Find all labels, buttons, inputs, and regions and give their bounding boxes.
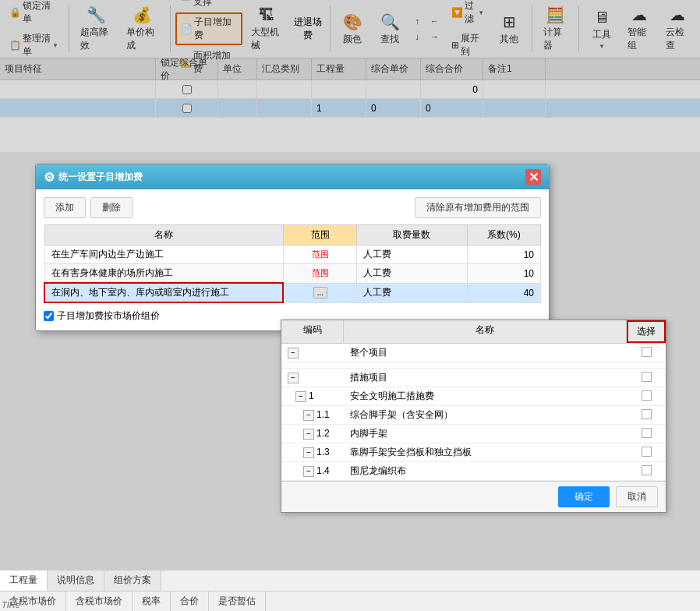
delete-btn[interactable]: 删除	[90, 197, 133, 218]
collapse-3[interactable]: −	[303, 410, 314, 421]
sub-cell-sel-1	[627, 369, 666, 387]
th-coeff: 系数(%)	[467, 225, 540, 245]
sub-cell-name-4: 内脚手架	[344, 425, 627, 443]
sub-checkbox-5[interactable]	[642, 447, 652, 457]
clear-btn[interactable]: 清除原有增加费用的范围	[415, 197, 541, 218]
tab2-tax-rate[interactable]: 税率	[133, 592, 171, 611]
sub-cell-sel-6	[627, 462, 666, 481]
dialog-body: 添加 删除 清除原有增加费用的范围 名称 范围 取费量数 系数(%) 在生产车间…	[36, 189, 549, 330]
sub-row-5[interactable]: −1.3 靠脚手架安全挡板和独立挡板	[281, 443, 666, 462]
sub-row-6[interactable]: −1.4 围尼龙编织布	[281, 462, 666, 481]
sub-popup-header: 编码 名称 选择	[281, 320, 666, 344]
collapse-4[interactable]: −	[303, 429, 314, 440]
tab-row-1: 工程量 说明信息 组价方案	[0, 570, 700, 592]
sub-cell-code-6: −1.4	[281, 462, 344, 481]
sub-popup-footer: 确定 取消	[281, 481, 666, 512]
market-price-checkbox[interactable]	[44, 311, 54, 321]
sub-cell-sel-4	[627, 425, 666, 443]
cell-base-2: 人工费	[357, 283, 467, 302]
sub-cell-sel-5	[627, 443, 666, 462]
sub-cell-code-1: −	[281, 369, 344, 387]
sub-row-0[interactable]: − 整个项目	[281, 344, 666, 362]
range-btn-1[interactable]: 范围	[309, 267, 332, 280]
cell-name-0: 在生产车间内边生产边施工	[44, 245, 283, 264]
th-range: 范围	[283, 225, 356, 245]
sub-cell-sel-2	[627, 387, 666, 406]
tab2-provisional[interactable]: 是否暂估	[209, 592, 266, 611]
dialog-row-2[interactable]: 在洞内、地下室内、库内或暗室内进行施工 ... 人工费 40	[44, 283, 541, 302]
sub-cell-code-0: −	[281, 344, 344, 362]
dialog-row-0[interactable]: 在生产车间内边生产边施工 范围 人工费 10	[44, 245, 541, 264]
sub-cell-name-0: 整个项目	[344, 344, 627, 362]
sub-header-name: 名称	[344, 320, 627, 343]
cell-range-2[interactable]: ...	[283, 283, 356, 302]
sub-cell-name-6: 围尼龙编织布	[344, 462, 627, 481]
sub-cell-name-2: 安全文明施工措施费	[344, 387, 627, 406]
dialog-row-1[interactable]: 在有害身体健康的场所内施工 范围 人工费 10	[44, 264, 541, 284]
ellipsis-btn[interactable]: ...	[313, 287, 327, 298]
range-btn-0[interactable]: 范围	[309, 248, 332, 261]
collapse-0[interactable]: −	[288, 348, 299, 358]
dialog-toolbar: 添加 删除 清除原有增加费用的范围	[44, 197, 541, 218]
tab-description[interactable]: 说明信息	[48, 570, 104, 591]
cell-coeff-1: 10	[467, 264, 540, 284]
sub-checkbox-1[interactable]	[642, 372, 652, 382]
sub-row-2[interactable]: −1 安全文明施工措施费	[281, 387, 666, 406]
sub-popup-body: − 整个项目 − 措施项目	[281, 344, 666, 481]
sub-cell-code-5: −1.3	[281, 443, 344, 462]
sub-popup: 编码 名称 选择 − 整个项目	[281, 320, 666, 513]
sub-table: − 整个项目 − 措施项目	[281, 344, 666, 481]
sub-checkbox-0[interactable]	[642, 347, 652, 357]
cell-range-1[interactable]: 范围	[283, 264, 356, 284]
collapse-1[interactable]: −	[288, 373, 299, 383]
sub-row-4[interactable]: −1.2 内脚手架	[281, 425, 666, 443]
collapse-5[interactable]: −	[303, 447, 314, 458]
sub-cell-sel-3	[627, 406, 666, 425]
sub-header-code: 编码	[281, 320, 344, 343]
footer-text: TIRe	[2, 600, 20, 609]
cell-name-1: 在有害身体健康的场所内施工	[44, 264, 283, 284]
collapse-2[interactable]: −	[295, 391, 306, 402]
bottom-tabs: 工程量 说明信息 组价方案 含税市场价 含税市场价 税率 合价 是否暂估	[0, 570, 700, 611]
th-base: 取费量数	[357, 225, 467, 245]
confirm-btn[interactable]: 确定	[558, 486, 610, 507]
tab2-tax-market2[interactable]: 含税市场价	[66, 592, 133, 611]
cell-base-0: 人工费	[357, 245, 467, 264]
sub-cell-name-1: 措施项目	[344, 369, 627, 387]
spacer-row	[281, 362, 666, 369]
cell-coeff-0: 10	[467, 245, 540, 264]
sub-checkbox-3[interactable]	[642, 409, 652, 419]
sub-row-3[interactable]: −1.1 综合脚手架（含安全网）	[281, 406, 666, 425]
sub-cell-sel-0	[627, 344, 666, 362]
sub-row-1[interactable]: − 措施项目	[281, 369, 666, 387]
sub-header-select: 选择	[627, 320, 666, 343]
tab-pricing-scheme[interactable]: 组价方案	[104, 570, 161, 591]
tab-work-qty[interactable]: 工程量	[0, 570, 48, 591]
main-dialog: ⚙ 统一设置子目增加费 ✕ 添加 删除 清除原有增加费用的范围 名称 范围 取费…	[35, 164, 550, 331]
sub-cell-code-2: −1	[281, 387, 344, 406]
dialog-title-text: 统一设置子目增加费	[58, 171, 143, 184]
cell-coeff-2: 40	[467, 283, 540, 302]
add-btn[interactable]: 添加	[44, 197, 86, 218]
sub-cell-name-3: 综合脚手架（含安全网）	[344, 406, 627, 425]
sub-cell-name-5: 靠脚手架安全挡板和独立挡板	[344, 443, 627, 462]
cell-base-1: 人工费	[357, 264, 467, 284]
dialog-table-header-row: 名称 范围 取费量数 系数(%)	[44, 225, 541, 245]
th-name: 名称	[44, 225, 283, 245]
dialog-title-bar: ⚙ 统一设置子目增加费 ✕	[36, 164, 549, 189]
cell-range-0[interactable]: 范围	[283, 245, 356, 264]
tab2-total[interactable]: 合价	[171, 592, 209, 611]
sub-cell-code-4: −1.2	[281, 425, 344, 443]
dialog-close-btn[interactable]: ✕	[525, 169, 541, 185]
market-price-label: 子目增加费按市场价组价	[57, 309, 160, 323]
tab-row-2: 含税市场价 含税市场价 税率 合价 是否暂估	[0, 592, 700, 611]
sub-checkbox-2[interactable]	[642, 390, 652, 401]
cancel-btn[interactable]: 取消	[616, 486, 658, 507]
dialog-title-icon: ⚙	[44, 170, 55, 185]
collapse-6[interactable]: −	[303, 466, 314, 477]
sub-checkbox-6[interactable]	[642, 465, 652, 475]
cell-name-2: 在洞内、地下室内、库内或暗室内进行施工	[44, 283, 283, 302]
sub-checkbox-4[interactable]	[642, 428, 652, 438]
sub-cell-code-3: −1.1	[281, 406, 344, 425]
dialog-table: 名称 范围 取费量数 系数(%) 在生产车间内边生产边施工 范围 人工费 10 …	[44, 224, 541, 303]
